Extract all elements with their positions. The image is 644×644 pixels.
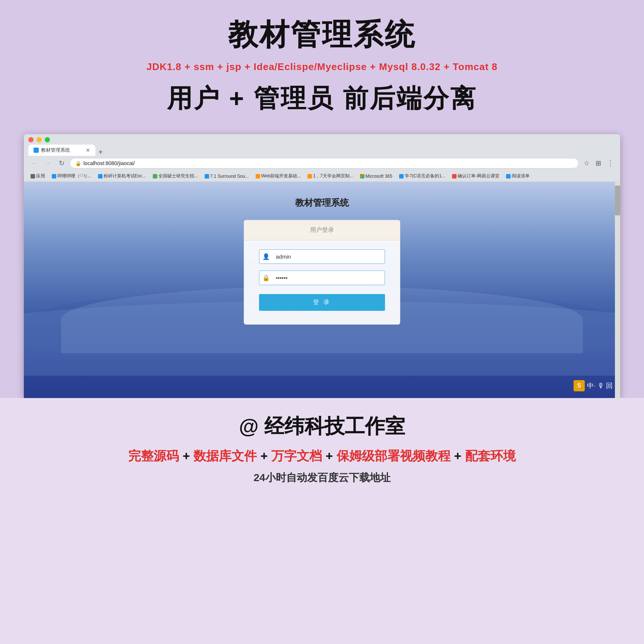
bookmark-bilibili[interactable]: 哔哩哔哩（'-'り... bbox=[50, 172, 94, 180]
feature-doc: 万字文档 bbox=[271, 449, 322, 463]
lock-field-icon: 🔒 bbox=[259, 274, 273, 281]
s-icon: S bbox=[574, 380, 585, 391]
username-field-container: 👤 bbox=[259, 249, 385, 264]
forward-button[interactable]: → bbox=[42, 159, 54, 168]
ms365-bookmark-icon bbox=[360, 174, 364, 179]
browser-controls bbox=[28, 137, 616, 142]
7day-bookmark-icon bbox=[307, 174, 312, 179]
apps-bookmark-label: 应用 bbox=[36, 173, 45, 179]
login-button[interactable]: 登 录 bbox=[259, 294, 385, 311]
bookmarks-bar: 应用 哔哩哔哩（'-'り... 粉碎计算机考试Exc... 全国硕士研究生招..… bbox=[24, 171, 620, 182]
reading-bookmark-label: 阅读清单 bbox=[512, 173, 530, 179]
main-title: 教材管理系统 bbox=[228, 15, 416, 55]
back-button[interactable]: ← bbox=[28, 159, 40, 168]
bookmark-exam[interactable]: 粉碎计算机考试Exc... bbox=[96, 172, 148, 180]
minimize-window-button[interactable] bbox=[37, 137, 42, 142]
bookmark-c-lang[interactable]: 学习C语言必备的1... bbox=[397, 172, 448, 180]
clang-bookmark-icon bbox=[399, 174, 404, 179]
user-icon: 👤 bbox=[259, 253, 273, 260]
bookmark-web[interactable]: Web前端开发基础... bbox=[253, 172, 303, 180]
feature-env: 配套环境 bbox=[465, 449, 516, 463]
feature-video: 保姆级部署视频教程 bbox=[337, 449, 451, 463]
bookmark-7day[interactable]: 1，7天学会网页制... bbox=[305, 172, 355, 180]
web-bookmark-icon bbox=[256, 174, 260, 179]
bookmark-graduate[interactable]: 全国硕士研究生招... bbox=[151, 172, 200, 180]
taskbar-icons: 中· 🎙 回 bbox=[587, 381, 613, 390]
ms365-bookmark-label: Microsoft 365 bbox=[366, 174, 392, 179]
surround-bookmark-label: 7.1 Surround Sou... bbox=[210, 174, 249, 179]
web-bookmark-label: Web前端开发基础... bbox=[261, 173, 301, 179]
feature-db: 数据库文件 bbox=[193, 449, 257, 463]
exam-bookmark-icon bbox=[98, 174, 102, 179]
sep4: + bbox=[454, 449, 465, 463]
tab-bar: 教材管理系统 ✕ + bbox=[28, 145, 616, 156]
bookmark-ms365[interactable]: Microsoft 365 bbox=[358, 173, 395, 180]
graduate-bookmark-icon bbox=[153, 174, 157, 179]
7day-bookmark-label: 1，7天学会网页制... bbox=[313, 173, 353, 179]
lock-icon: 🔒 bbox=[75, 161, 81, 166]
bookmark-star-button[interactable]: ☆ bbox=[582, 158, 591, 168]
bookmark-apps[interactable]: 应用 bbox=[28, 172, 47, 180]
refresh-button[interactable]: ↻ bbox=[57, 158, 67, 168]
feature-source: 完整源码 bbox=[128, 449, 179, 463]
graduate-bookmark-label: 全国硕士研究生招... bbox=[158, 173, 198, 179]
tech-stack: JDK1.8 + ssm + jsp + Idea/Eclispe/Myecli… bbox=[146, 61, 498, 73]
login-card-title: 用户登录 bbox=[244, 220, 400, 240]
reading-bookmark-icon bbox=[506, 174, 511, 179]
features-row: 完整源码 + 数据库文件 + 万字文档 + 保姆级部署视频教程 + 配套环境 bbox=[128, 448, 515, 465]
order-bookmark-label: 确认订单-网易云课堂 bbox=[458, 173, 499, 179]
sep2: + bbox=[261, 449, 271, 463]
apps-bookmark-icon bbox=[31, 174, 35, 179]
address-bar[interactable]: 🔒 localhost:8080/jiaocai/ bbox=[70, 158, 579, 168]
sep3: + bbox=[325, 449, 336, 463]
extensions-button[interactable]: ⊞ bbox=[594, 158, 603, 168]
bilibili-bookmark-icon bbox=[52, 174, 56, 179]
login-card: 用户登录 👤 🔒 登 录 bbox=[244, 220, 400, 325]
tab-close-button[interactable]: ✕ bbox=[86, 147, 90, 153]
maximize-window-button[interactable] bbox=[45, 137, 50, 142]
password-field-container: 🔒 bbox=[259, 271, 385, 285]
surround-bookmark-icon bbox=[205, 174, 209, 179]
s-icon-area: S 中· 🎙 回 bbox=[574, 380, 613, 391]
auto-send: 24小时自动发百度云下载地址 bbox=[253, 471, 390, 485]
sub-title: 用户 + 管理员 前后端分离 bbox=[167, 82, 477, 116]
browser-scrollbar[interactable] bbox=[615, 182, 620, 398]
close-window-button[interactable] bbox=[28, 137, 34, 142]
browser-chrome: 教材管理系统 ✕ + bbox=[24, 134, 620, 156]
order-bookmark-icon bbox=[452, 174, 457, 179]
bookmark-reading[interactable]: 阅读清单 bbox=[504, 172, 532, 180]
tab-title: 教材管理系统 bbox=[41, 147, 70, 154]
bookmark-surround[interactable]: 7.1 Surround Sou... bbox=[202, 173, 251, 180]
browser-content: 教材管理系统 用户登录 👤 🔒 登 录 S 中· 🎙 回 bbox=[24, 182, 620, 398]
username-input[interactable] bbox=[273, 250, 385, 263]
active-tab[interactable]: 教材管理系统 ✕ bbox=[28, 145, 95, 156]
page-header: 教材管理系统 bbox=[295, 197, 349, 209]
address-text: localhost:8080/jiaocai/ bbox=[83, 160, 573, 166]
tab-favicon bbox=[34, 148, 39, 153]
clang-bookmark-label: 学习C语言必备的1... bbox=[405, 173, 445, 179]
bilibili-bookmark-label: 哔哩哔哩（'-'り... bbox=[57, 173, 91, 179]
sep1: + bbox=[183, 449, 193, 463]
scrollbar-thumb[interactable] bbox=[615, 186, 620, 215]
address-bar-row: ← → ↻ 🔒 localhost:8080/jiaocai/ ☆ ⊞ ⋮ bbox=[24, 156, 620, 171]
password-input[interactable] bbox=[273, 271, 385, 285]
bottom-section: @ 经纬科技工作室 完整源码 + 数据库文件 + 万字文档 + 保姆级部署视频教… bbox=[0, 398, 644, 644]
bookmark-order[interactable]: 确认订单-网易云课堂 bbox=[450, 172, 502, 180]
top-section: 教材管理系统 JDK1.8 + ssm + jsp + Idea/Eclispe… bbox=[0, 0, 644, 130]
exam-bookmark-label: 粉碎计算机考试Exc... bbox=[104, 173, 146, 179]
browser-window: 教材管理系统 ✕ + ← → ↻ 🔒 localhost:8080/jiaoca… bbox=[24, 134, 620, 398]
browser-actions: ☆ ⊞ ⋮ bbox=[582, 158, 616, 168]
studio-title: @ 经纬科技工作室 bbox=[239, 413, 405, 440]
new-tab-button[interactable]: + bbox=[95, 148, 106, 156]
menu-button[interactable]: ⋮ bbox=[605, 158, 616, 168]
